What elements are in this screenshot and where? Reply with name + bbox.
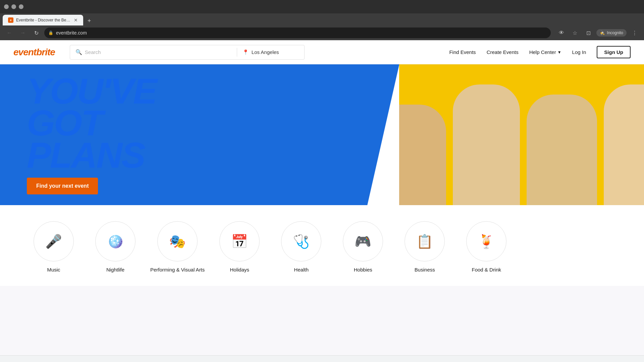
log-in-link[interactable]: Log In — [572, 49, 586, 55]
hero-right — [399, 64, 644, 205]
tab-bar: e Eventbrite - Discover the Best L ✕ + — [0, 13, 644, 25]
more-options-button[interactable]: ⋮ — [629, 27, 640, 38]
active-tab[interactable]: e Eventbrite - Discover the Best L ✕ — [3, 15, 83, 25]
incognito-badge: 🕵 Incognito — [596, 29, 627, 37]
back-button[interactable]: ← — [4, 27, 15, 38]
lock-icon: 🔒 — [48, 31, 53, 35]
browser-titlebar — [0, 0, 644, 13]
address-bar[interactable]: 🔒 eventbrite.com — [44, 27, 551, 38]
forward-button[interactable]: → — [17, 27, 28, 38]
browser-nav: ← → ↻ 🔒 eventbrite.com 👁 ☆ ⊡ 🕵 Incognito… — [0, 25, 644, 40]
category-label-holidays: Holidays — [230, 267, 250, 273]
category-icon-health: 🩺 — [281, 221, 321, 261]
browser-chrome: e Eventbrite - Discover the Best L ✕ + ←… — [0, 0, 644, 40]
navbar: eventbrite 🔍 Search 📍 Los Angeles Find E… — [0, 40, 644, 64]
category-item-nightlife[interactable]: 🪩Nightlife — [89, 221, 142, 273]
category-item-performing-visual-arts[interactable]: 🎭Performing & Visual Arts — [150, 221, 205, 273]
tab-favicon: e — [8, 17, 13, 23]
category-item-food-drink[interactable]: 🍹Food & Drink — [460, 221, 513, 273]
close-tab-icon[interactable]: ✕ — [74, 17, 78, 23]
hide-eye-button[interactable]: 👁 — [556, 27, 567, 38]
location-pin-icon: 📍 — [243, 49, 249, 55]
category-item-business[interactable]: 📋Business — [398, 221, 451, 273]
category-label-food-drink: Food & Drink — [472, 267, 501, 273]
logo[interactable]: eventbrite — [13, 47, 55, 58]
bottom-scrollbar[interactable] — [0, 355, 644, 362]
minimize-window-button[interactable] — [11, 4, 16, 9]
hero-left: YOU'VEGOTPLANS Find your next event — [0, 64, 399, 205]
nav-links: Find Events Create Events Help Center ▼ … — [449, 46, 631, 58]
category-item-hobbies[interactable]: 🎮Hobbies — [336, 221, 390, 273]
reload-button[interactable]: ↻ — [31, 27, 42, 38]
search-field-wrapper[interactable]: 🔍 Search — [70, 45, 237, 59]
split-view-button[interactable]: ⊡ — [583, 27, 594, 38]
help-center-link[interactable]: Help Center ▼ — [529, 49, 561, 55]
incognito-label: Incognito — [607, 31, 623, 35]
chevron-down-icon: ▼ — [557, 50, 561, 55]
search-icon: 🔍 — [75, 49, 82, 55]
new-tab-button[interactable]: + — [85, 16, 94, 25]
category-grid: 🎤Music🪩Nightlife🎭Performing & Visual Art… — [27, 221, 617, 273]
category-icon-food-drink: 🍹 — [466, 221, 506, 261]
search-container: 🔍 Search 📍 Los Angeles — [70, 45, 305, 60]
category-label-performing-visual-arts: Performing & Visual Arts — [150, 267, 205, 273]
search-placeholder: Search — [85, 49, 101, 55]
create-events-link[interactable]: Create Events — [487, 49, 519, 55]
category-section: 🎤Music🪩Nightlife🎭Performing & Visual Art… — [0, 205, 644, 286]
hero-section: YOU'VEGOTPLANS Find your next event — [0, 64, 644, 205]
window-controls — [4, 4, 23, 9]
browser-actions: 👁 ☆ ⊡ 🕵 Incognito ⋮ — [556, 27, 640, 38]
find-next-event-button[interactable]: Find your next event — [27, 178, 98, 194]
incognito-icon: 🕵 — [600, 31, 605, 35]
category-label-hobbies: Hobbies — [354, 267, 372, 273]
category-item-music[interactable]: 🎤Music — [27, 221, 80, 273]
category-label-business: Business — [415, 267, 435, 273]
category-icon-business: 📋 — [405, 221, 445, 261]
bookmark-button[interactable]: ☆ — [570, 27, 580, 38]
find-events-link[interactable]: Find Events — [449, 49, 476, 55]
category-label-health: Health — [294, 267, 309, 273]
url-text: eventbrite.com — [56, 30, 87, 36]
tab-title: Eventbrite - Discover the Best L — [16, 18, 71, 22]
maximize-window-button[interactable] — [19, 4, 23, 9]
close-window-button[interactable] — [4, 4, 9, 9]
category-label-music: Music — [47, 267, 60, 273]
category-icon-holidays: 📅 — [219, 221, 260, 261]
hero-headline: YOU'VEGOTPLANS — [27, 75, 372, 171]
page-content: eventbrite 🔍 Search 📍 Los Angeles Find E… — [0, 40, 644, 286]
location-field[interactable]: 📍 Los Angeles — [237, 45, 304, 59]
category-label-nightlife: Nightlife — [106, 267, 124, 273]
category-icon-music: 🎤 — [34, 221, 74, 261]
category-item-holidays[interactable]: 📅Holidays — [213, 221, 266, 273]
category-icon-performing-visual-arts: 🎭 — [157, 221, 198, 261]
sign-up-button[interactable]: Sign Up — [597, 46, 631, 58]
category-item-health[interactable]: 🩺Health — [274, 221, 328, 273]
category-icon-nightlife: 🪩 — [95, 221, 136, 261]
category-icon-hobbies: 🎮 — [343, 221, 383, 261]
location-value: Los Angeles — [252, 49, 279, 55]
